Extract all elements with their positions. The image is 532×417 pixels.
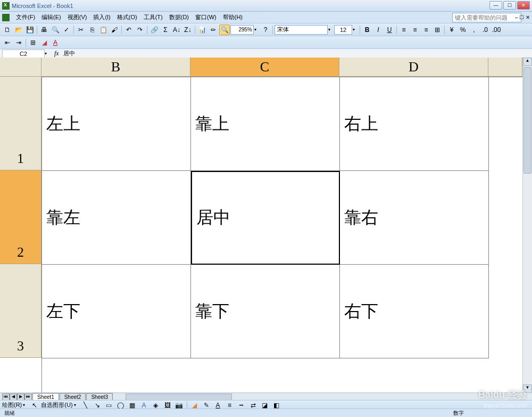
autoshape-dropdown-icon[interactable]: ▾ [74,403,79,407]
cell-d2[interactable]: 靠右 [340,171,489,265]
maximize-button[interactable]: ☐ [503,1,516,10]
align-right-icon[interactable]: ≡ [421,24,431,35]
drawing-icon[interactable]: ✏ [208,24,219,35]
separator [272,26,273,34]
cell-b2[interactable]: 靠左 [42,171,191,265]
excel-doc-icon [2,14,10,21]
name-box[interactable]: C2 [2,50,45,58]
cell-b1[interactable]: 左上 [42,77,191,171]
font-color-icon[interactable]: A [50,37,61,48]
percent-icon[interactable]: % [458,24,468,35]
help-icon[interactable]: ? [260,24,271,35]
print-icon[interactable]: 🖶 [39,24,49,35]
sort-asc-icon[interactable]: A↓ [171,24,182,35]
draw-dropdown-icon[interactable]: ▾ [23,403,28,407]
separator [396,26,397,34]
align-center-icon[interactable]: ≡ [410,24,420,35]
menu-format[interactable]: 格式(O) [114,12,140,22]
align-left-icon[interactable]: ≡ [398,24,409,35]
cell-c1[interactable]: 靠上 [191,77,340,171]
separator [195,26,195,34]
font-dropdown-icon[interactable]: ▾ [328,27,334,32]
bold-icon[interactable]: B [362,24,372,35]
sheet-area: B C D 1 2 3 左上 靠上 右上 靠左 居中 靠右 左下 靠下 右下 ▲… [0,58,532,393]
zoom-dropdown-icon[interactable]: ▾ [254,27,260,32]
doc-close-button[interactable]: – ☐ ✕ [515,14,530,20]
spellcheck-icon[interactable]: ✓ [61,24,72,35]
status-text: 就绪 [4,410,15,417]
redo-icon[interactable]: ↷ [135,24,145,35]
paste-icon[interactable]: 📋 [98,24,109,35]
underline-icon[interactable]: U [384,24,395,35]
italic-icon[interactable]: I [373,24,384,35]
menu-help[interactable]: 帮助(H) [220,12,246,22]
separator [360,26,360,34]
borders-icon[interactable]: ⊞ [28,37,38,48]
statusbar: 就绪 数字 [0,408,532,417]
indent-increase-icon[interactable]: ⇥ [13,37,24,48]
scroll-down-icon[interactable]: ▼ [523,385,532,393]
separator [26,38,26,47]
preview-icon[interactable]: 🔍 [50,24,61,35]
indent-decrease-icon[interactable]: ⇤ [2,37,13,48]
row-header-3[interactable]: 3 [0,264,41,358]
row-header-1[interactable]: 1 [0,77,41,170]
minimize-button[interactable]: — [489,1,502,10]
copy-icon[interactable]: ⎘ [87,24,97,35]
formula-input[interactable]: 居中 [63,50,75,58]
menu-data[interactable]: 数据(D) [166,12,192,22]
menu-tools[interactable]: 工具(T) [140,12,166,22]
fill-color-icon[interactable]: ◢ [39,37,49,48]
menu-view[interactable]: 视图(V) [64,12,90,22]
draw-menu[interactable]: 绘图(R) [2,401,22,409]
autoshape-menu[interactable]: 自选图形(U) [41,401,72,409]
fx-icon[interactable]: fx [54,50,59,58]
col-header-extra[interactable] [488,58,522,77]
cell-b3[interactable]: 左下 [42,265,191,358]
comma-icon[interactable]: , [469,24,479,35]
font-name-input[interactable] [275,25,328,35]
open-icon[interactable]: 📂 [13,24,24,35]
name-box-dropdown-icon[interactable]: ▾ [45,51,50,56]
chart-icon[interactable]: 📊 [197,24,207,35]
col-header-c[interactable]: C [190,58,339,77]
second-toolbar: ⇤ ⇥ ⊞ ◢ A [0,36,532,49]
zoom100-icon[interactable]: 🔍 [219,24,230,35]
help-search-input[interactable] [452,13,521,22]
size-dropdown-icon[interactable]: ▾ [353,27,358,32]
cut-icon[interactable]: ✂ [76,24,86,35]
select-all-corner[interactable] [0,58,41,77]
col-header-d[interactable]: D [339,58,488,77]
cell-c3[interactable]: 靠下 [191,265,340,358]
hyperlink-icon[interactable]: 🔗 [149,24,160,35]
save-icon[interactable]: 💾 [24,24,35,35]
currency-icon[interactable]: ¥ [446,24,457,35]
menu-window[interactable]: 窗口(W) [192,12,220,22]
font-size-input[interactable] [334,25,352,35]
menu-file[interactable]: 文件(F) [13,12,38,22]
decrease-decimal-icon[interactable]: .00 [491,24,502,35]
col-header-b[interactable]: B [41,58,190,77]
scroll-thumb[interactable] [523,67,531,174]
cell-d1[interactable]: 右上 [340,77,489,171]
autosum-icon[interactable]: Σ [160,24,171,35]
menu-edit[interactable]: 编辑(E) [38,12,64,22]
row-headers: 1 2 3 [0,77,41,393]
menu-insert[interactable]: 插入(I) [90,12,113,22]
undo-icon[interactable]: ↶ [123,24,134,35]
scroll-up-icon[interactable]: ▲ [523,58,532,66]
cell-grid: 左上 靠上 右上 靠左 居中 靠右 左下 靠下 右下 [41,77,522,393]
separator [121,26,122,34]
format-painter-icon[interactable]: 🖌 [109,24,120,35]
zoom-input[interactable] [230,25,254,35]
increase-decimal-icon[interactable]: .0 [480,24,491,35]
row-header-2[interactable]: 2 [0,170,41,264]
merge-icon[interactable]: ⊞ [432,24,443,35]
close-button[interactable]: ✕ [517,1,530,10]
sort-desc-icon[interactable]: Z↓ [182,24,193,35]
vertical-scrollbar[interactable]: ▲ ▼ [522,58,532,393]
new-icon[interactable]: 🗋 [2,24,13,35]
cell-c2[interactable]: 居中 [191,171,340,265]
row-3: 左下 靠下 右下 [42,265,522,358]
cell-d3[interactable]: 右下 [340,265,489,358]
